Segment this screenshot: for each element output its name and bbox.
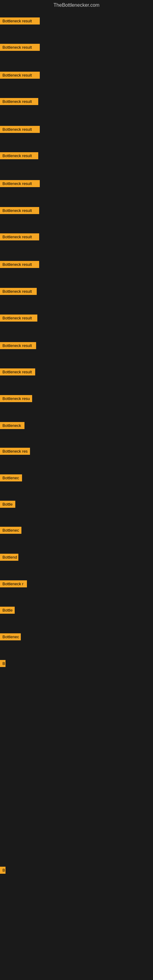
bottleneck-result-item: Bottleneck result — [0, 288, 37, 295]
bottleneck-result-item: Bottle — [0, 607, 15, 614]
bottleneck-result-item: Bottleneck result — [0, 233, 39, 240]
bottleneck-result-item: Bottleneck r — [0, 580, 27, 587]
bottleneck-result-item: Bottleneck result — [0, 261, 39, 268]
bottleneck-result-item: Bottleneck res — [0, 448, 30, 455]
bottleneck-result-item: Bottlend — [0, 554, 18, 561]
bottleneck-result-item: Bottleneck result — [0, 44, 40, 51]
bottleneck-result-item: Bottleneck result — [0, 368, 35, 375]
bottleneck-result-item: Bottleneck result — [0, 180, 40, 187]
bottleneck-result-item: Bottleneck resu — [0, 395, 32, 402]
bottleneck-result-item: Bottlenec — [0, 633, 21, 640]
bottleneck-result-item: B — [0, 867, 5, 874]
bottleneck-result-item: Bottlenec — [0, 527, 21, 534]
bottleneck-result-item: Bottleneck — [0, 422, 24, 429]
bottleneck-result-item: Bottleneck result — [0, 72, 40, 79]
bottleneck-result-item: Bottlenec — [0, 474, 22, 481]
site-title: TheBottlenecker.com — [0, 0, 153, 10]
bottleneck-result-item: Bottleneck result — [0, 98, 38, 105]
bottleneck-result-item: B — [0, 660, 5, 667]
bottleneck-result-item: Bottleneck result — [0, 126, 40, 133]
bottleneck-result-item: Bottleneck result — [0, 315, 37, 321]
bottleneck-result-item: Bottle — [0, 501, 15, 508]
bottleneck-result-item: Bottleneck result — [0, 18, 40, 24]
bottleneck-result-item: Bottleneck result — [0, 207, 39, 214]
bottleneck-result-item: Bottleneck result — [0, 152, 38, 159]
bottleneck-result-item: Bottleneck result — [0, 342, 36, 349]
